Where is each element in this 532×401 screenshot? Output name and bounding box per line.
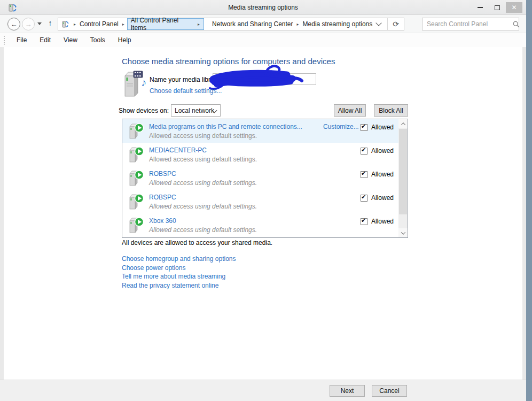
media-device-icon: [129, 122, 144, 140]
chevron-icon: ▸: [71, 22, 79, 27]
titlebar: Media streaming options ✕: [0, 0, 526, 15]
device-list: Media programs on this PC and remote con…: [122, 119, 408, 238]
scroll-down-icon[interactable]: [398, 228, 408, 237]
chevron-icon[interactable]: ▸: [194, 22, 203, 27]
recent-pages-dropdown-icon[interactable]: [37, 22, 42, 25]
allowed-label: Allowed: [371, 171, 394, 178]
breadcrumb-label[interactable]: All Control Panel Items: [131, 17, 194, 32]
device-name-link[interactable]: MEDIACENTER-PC: [149, 146, 207, 154]
device-name-link[interactable]: Xbox 360: [149, 217, 176, 225]
allowed-checkbox[interactable]: ✔: [361, 195, 367, 202]
list-scrollbar[interactable]: [398, 119, 408, 237]
media-device-icon: [129, 216, 144, 234]
customize-link[interactable]: Customize...: [323, 123, 359, 130]
homegroup-sharing-options-link[interactable]: Choose homegroup and sharing options: [122, 255, 236, 263]
allowed-label: Allowed: [371, 124, 394, 131]
menu-edit[interactable]: Edit: [33, 36, 57, 44]
device-subtitle: Allowed access using default settings.: [149, 156, 257, 163]
device-row-robspc-1[interactable]: ROBSPC Allowed access using default sett…: [122, 166, 398, 190]
allowed-label: Allowed: [371, 194, 394, 202]
scroll-up-icon[interactable]: [398, 119, 408, 128]
check-icon: ✔: [361, 194, 366, 200]
device-subtitle: Allowed access using default settings.: [149, 132, 257, 140]
menu-help[interactable]: Help: [112, 36, 138, 44]
device-row-media-programs[interactable]: Media programs on this PC and remote con…: [122, 119, 398, 143]
check-icon: ✔: [361, 146, 366, 153]
footer-bar: Next Cancel: [0, 380, 526, 401]
privacy-statement-link[interactable]: Read the privacy statement online: [122, 282, 218, 289]
search-box[interactable]: [422, 18, 519, 30]
forward-button: →: [22, 18, 35, 30]
check-icon: ✔: [361, 217, 366, 224]
next-button[interactable]: Next: [330, 385, 365, 397]
device-subtitle: Allowed access using default settings.: [149, 203, 257, 210]
media-library-icon: ♪: [122, 70, 147, 98]
show-devices-value: Local network: [175, 107, 214, 114]
device-name-link[interactable]: Media programs on this PC and remote con…: [149, 123, 302, 130]
media-device-icon: [129, 145, 144, 164]
allowed-label: Allowed: [371, 147, 394, 155]
media-streaming-help-link[interactable]: Tell me more about media streaming: [122, 273, 225, 280]
address-dropdown-icon[interactable]: [376, 20, 382, 26]
breadcrumb[interactable]: ▸ Control Panel ▸ All Control Panel Item…: [58, 18, 404, 30]
media-streaming-window: Media streaming options ✕ ← → ↑ ▸ Contro…: [0, 0, 526, 401]
search-icon[interactable]: [513, 21, 520, 28]
maximize-button[interactable]: [490, 2, 505, 13]
search-input[interactable]: [423, 20, 513, 28]
device-row-xbox-360[interactable]: Xbox 360 Allowed access using default se…: [122, 213, 398, 237]
menu-bar: File Edit View Tools Help: [0, 33, 526, 47]
allowed-checkbox[interactable]: ✔: [361, 148, 367, 155]
breadcrumb-all-control-panel-items[interactable]: All Control Panel Items ▸: [127, 18, 204, 30]
menu-tools[interactable]: Tools: [84, 36, 112, 44]
devices-status-text: All devices are allowed to access your s…: [122, 239, 272, 246]
show-devices-label: Show devices on:: [119, 107, 169, 114]
device-name-link[interactable]: ROBSPC: [149, 194, 176, 201]
choose-default-settings-link[interactable]: Choose default settings...: [150, 87, 222, 95]
check-icon: ✔: [361, 123, 366, 130]
chevron-icon[interactable]: ▸: [120, 22, 127, 27]
menu-view[interactable]: View: [57, 36, 84, 44]
music-note-icon: ♪: [141, 76, 146, 88]
library-name-input[interactable]: [213, 73, 316, 85]
device-name-link[interactable]: ROBSPC: [149, 170, 176, 178]
media-device-icon: [129, 169, 144, 187]
allowed-label: Allowed: [371, 218, 394, 225]
close-button[interactable]: ✕: [506, 2, 522, 13]
up-button[interactable]: ↑: [45, 18, 56, 27]
allowed-checkbox[interactable]: ✔: [361, 124, 367, 131]
breadcrumb-control-panel[interactable]: Control Panel: [79, 20, 120, 28]
page-title: Choose media streaming options for compu…: [122, 57, 335, 66]
block-all-button[interactable]: Block All: [374, 104, 408, 117]
power-options-link[interactable]: Choose power options: [122, 264, 185, 272]
device-subtitle: Allowed access using default settings.: [149, 179, 257, 187]
location-icon: [61, 20, 69, 28]
show-devices-select[interactable]: Local network: [171, 104, 221, 117]
toolbar-grip[interactable]: [3, 35, 6, 45]
allowed-checkbox[interactable]: ✔: [361, 171, 367, 178]
allow-all-button[interactable]: Allow All: [334, 104, 366, 117]
window-title: Media streaming options: [0, 4, 526, 11]
media-device-icon: [129, 192, 144, 211]
chevron-icon[interactable]: ▸: [294, 22, 302, 27]
window-frame-right: [522, 47, 526, 401]
scrollbar-thumb[interactable]: [399, 129, 407, 214]
cancel-button[interactable]: Cancel: [372, 385, 407, 397]
device-row-mediacenter-pc[interactable]: MEDIACENTER-PC Allowed access using defa…: [122, 143, 398, 166]
page-content: Choose media streaming options for compu…: [4, 47, 522, 380]
window-frame-left: [0, 47, 4, 401]
minimize-button[interactable]: [473, 2, 488, 13]
menu-file[interactable]: File: [10, 36, 33, 44]
refresh-button[interactable]: ⟳: [387, 18, 404, 30]
device-row-robspc-2[interactable]: ROBSPC Allowed access using default sett…: [122, 190, 398, 213]
library-name-label: Name your media library:: [150, 76, 221, 83]
check-icon: ✔: [361, 170, 366, 177]
allowed-checkbox[interactable]: ✔: [361, 218, 367, 225]
breadcrumb-network-sharing-center[interactable]: Network and Sharing Center: [211, 20, 294, 28]
breadcrumb-media-streaming-options[interactable]: Media streaming options: [302, 20, 374, 28]
address-bar: ← → ↑ ▸ Control Panel ▸ All Control Pane…: [0, 15, 526, 33]
back-button[interactable]: ←: [7, 18, 20, 30]
device-subtitle: Allowed access using default settings.: [149, 226, 257, 234]
